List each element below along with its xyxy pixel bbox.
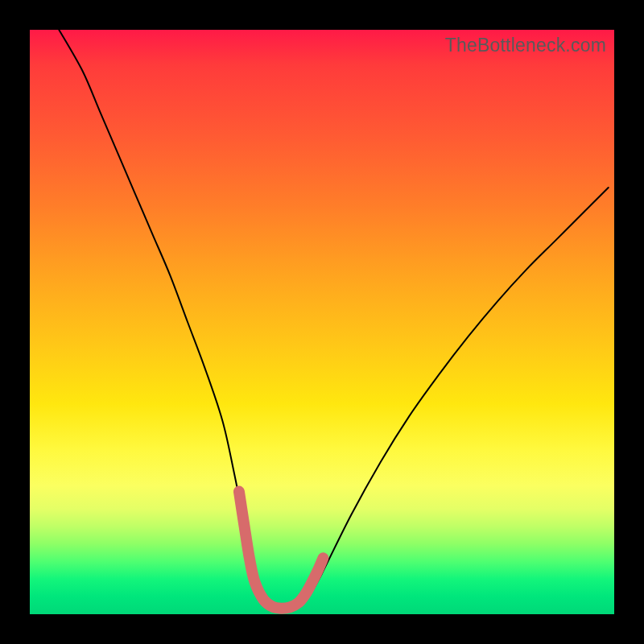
valley-overlay bbox=[239, 492, 324, 609]
bottleneck-curve bbox=[59, 30, 608, 609]
plot-area: TheBottleneck.com bbox=[30, 30, 614, 614]
chart-frame: TheBottleneck.com bbox=[0, 0, 644, 644]
curve-svg bbox=[30, 30, 614, 614]
